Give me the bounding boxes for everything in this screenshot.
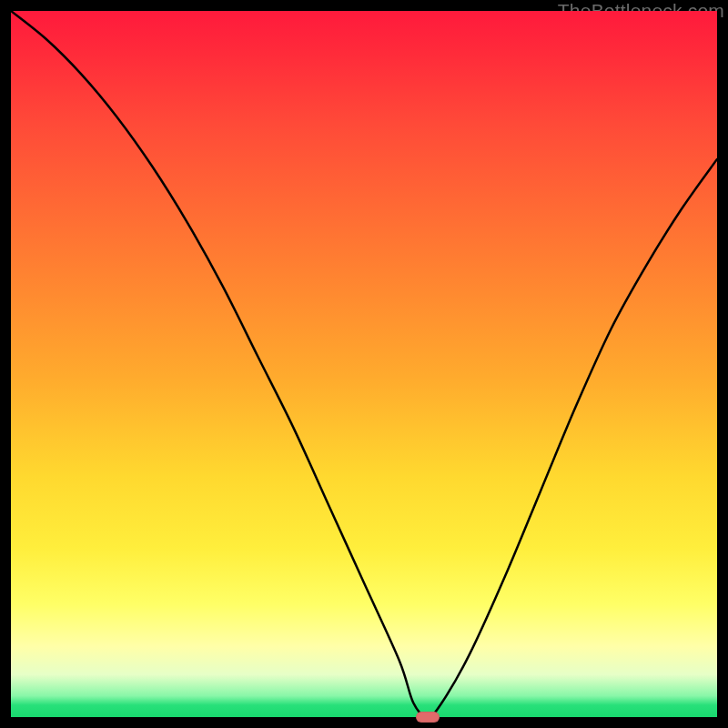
chart-container: TheBottleneck.com [0, 0, 728, 728]
plot-area [11, 11, 717, 717]
optimum-marker [416, 712, 440, 723]
bottleneck-curve [11, 11, 717, 717]
